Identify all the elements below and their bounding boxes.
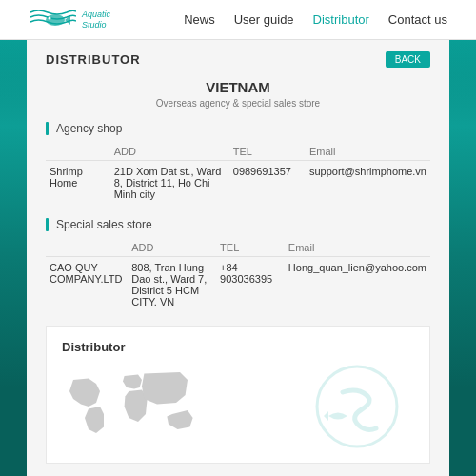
agency-col-tel: TEL [229, 143, 306, 161]
special-sales-section: Special sales store ADD TEL Email CAO QU… [46, 218, 430, 312]
page-header: DISTRIBUTOR BACK [46, 51, 430, 68]
nav-contact-us[interactable]: Contact us [388, 12, 447, 27]
footer-distributor-section: Distributor [46, 326, 430, 464]
header: Aquatic Studio News User guide Distribut… [0, 0, 476, 40]
agency-col-email: Email [306, 143, 430, 161]
special-address-cell: 808, Tran Hung Dao st., Ward 7, District… [128, 257, 216, 313]
footer-title: Distributor [62, 340, 414, 354]
agency-shop-table: ADD TEL Email Shrimp Home 21D Xom Dat st… [46, 143, 430, 205]
special-col-tel: TEL [216, 239, 285, 257]
special-tel-cell: +84 903036395 [216, 257, 285, 313]
coral-right-decoration [447, 38, 476, 476]
table-row: CAO QUY COMPANY.LTD 808, Tran Hung Dao s… [46, 257, 430, 313]
agency-col-name [46, 143, 110, 161]
logo-icon [29, 5, 76, 35]
back-button[interactable]: BACK [386, 51, 430, 68]
logo-text: Aquatic Studio [82, 10, 110, 30]
main-content: DISTRIBUTOR BACK VIETNAM Overseas agency… [27, 40, 449, 476]
agency-col-add: ADD [110, 143, 229, 161]
special-email-cell: Hong_quan_lien@yahoo.com [285, 257, 430, 313]
world-map-container [62, 364, 414, 449]
nav-news[interactable]: News [184, 12, 215, 27]
world-map-icon [62, 364, 214, 449]
agency-name-cell[interactable]: Shrimp Home [46, 161, 110, 206]
agency-shop-label: Agency shop [46, 122, 430, 135]
special-col-name [46, 239, 128, 257]
table-row: Shrimp Home 21D Xom Dat st., Ward 8, Dis… [46, 161, 430, 206]
country-title: VIETNAM [46, 79, 430, 95]
country-subtitle: Overseas agency & special sales store [46, 98, 430, 109]
special-col-add: ADD [128, 239, 216, 257]
special-sales-table: ADD TEL Email CAO QUY COMPANY.LTD 808, T… [46, 239, 430, 312]
nav: News User guide Distributor Contact us [184, 12, 447, 27]
watermark-logo-icon [300, 364, 414, 449]
special-col-email: Email [285, 239, 430, 257]
page-title: DISTRIBUTOR [46, 52, 141, 67]
nav-distributor[interactable]: Distributor [313, 12, 369, 27]
agency-tel-cell: 0989691357 [229, 161, 306, 206]
special-sales-label: Special sales store [46, 218, 430, 231]
logo-area: Aquatic Studio [29, 5, 184, 35]
svg-point-0 [46, 14, 65, 26]
coral-left-decoration [0, 38, 29, 476]
agency-address-cell: 21D Xom Dat st., Ward 8, District 11, Ho… [110, 161, 229, 206]
nav-user-guide[interactable]: User guide [234, 12, 294, 27]
agency-email-cell: support@shrimphome.vn [306, 161, 430, 206]
svg-point-2 [49, 16, 51, 19]
agency-shop-section: Agency shop ADD TEL Email Shrimp Home 21… [46, 122, 430, 205]
svg-point-3 [317, 367, 397, 446]
special-name-cell[interactable]: CAO QUY COMPANY.LTD [46, 257, 128, 313]
